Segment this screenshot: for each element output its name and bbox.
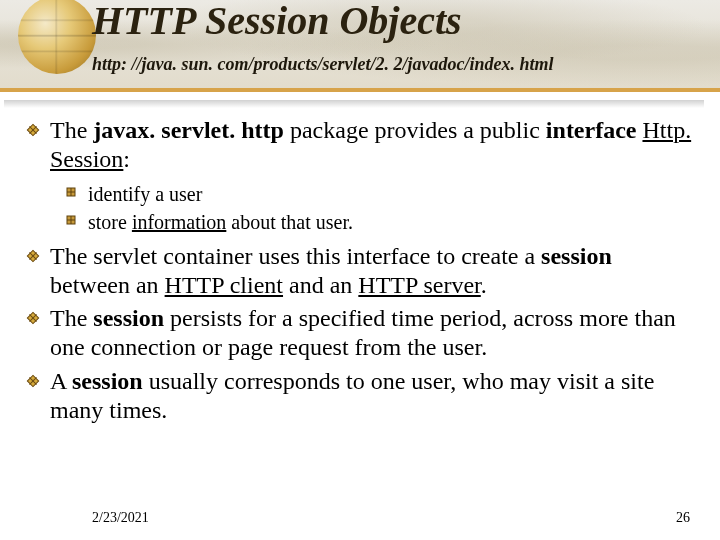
sub-bullet-item: identify a user: [66, 181, 694, 208]
footer-date: 2/23/2021: [92, 510, 149, 526]
text-run: The: [50, 305, 93, 331]
text-bold: session: [93, 305, 164, 331]
text-run: A: [50, 368, 72, 394]
square-bullet-icon: [66, 181, 88, 197]
sub-bullet-list: identify a user store information about …: [66, 181, 694, 236]
diamond-bullet-icon: [26, 304, 50, 325]
bullet-text: A session usually corresponds to one use…: [50, 367, 694, 426]
slide-body: The javax. servlet. http package provide…: [26, 114, 694, 429]
sub-bullet-text: identify a user: [88, 181, 202, 208]
text-bold: session: [541, 243, 612, 269]
sub-bullet-item: store information about that user.: [66, 209, 694, 236]
slide: HTTP Session Objects http: //java. sun. …: [0, 0, 720, 540]
text-run: :: [123, 146, 130, 172]
text-run: package provides a public: [284, 117, 546, 143]
text-underlined: HTTP client: [165, 272, 283, 298]
bullet-text: The servlet container uses this interfac…: [50, 242, 694, 301]
text-bold: interface: [546, 117, 643, 143]
page-number: 26: [676, 510, 690, 526]
slide-subtitle: http: //java. sun. com/products/servlet/…: [92, 54, 554, 75]
slide-title: HTTP Session Objects: [92, 0, 462, 42]
sub-bullet-text: store information about that user.: [88, 209, 353, 236]
bullet-text: The javax. servlet. http package provide…: [50, 116, 694, 175]
square-bullet-icon: [66, 209, 88, 225]
diamond-bullet-icon: [26, 116, 50, 137]
bullet-text: The session persists for a specified tim…: [50, 304, 694, 363]
text-run: The: [50, 117, 93, 143]
text-run: between an: [50, 272, 165, 298]
text-underlined: information: [132, 211, 226, 233]
text-bold: session: [72, 368, 143, 394]
text-run: .: [481, 272, 487, 298]
bullet-item: The servlet container uses this interfac…: [26, 242, 694, 301]
bullet-item: A session usually corresponds to one use…: [26, 367, 694, 426]
bullet-item: The javax. servlet. http package provide…: [26, 116, 694, 175]
diamond-bullet-icon: [26, 242, 50, 263]
divider-shadow: [4, 100, 704, 108]
text-bold: javax. servlet. http: [93, 117, 284, 143]
diamond-bullet-icon: [26, 367, 50, 388]
text-underlined: HTTP server: [358, 272, 480, 298]
text-run: and an: [283, 272, 358, 298]
text-run: store: [88, 211, 132, 233]
bullet-item: The session persists for a specified tim…: [26, 304, 694, 363]
text-run: about that user.: [226, 211, 353, 233]
text-run: The servlet container uses this interfac…: [50, 243, 541, 269]
